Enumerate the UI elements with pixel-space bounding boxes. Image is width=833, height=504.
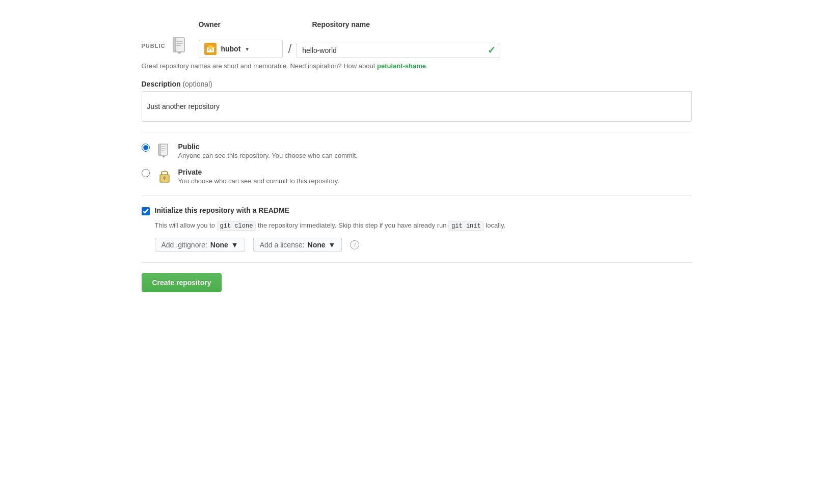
private-radio-wrap [142,169,150,179]
initialize-label: Initialize this repository with a README [155,206,289,214]
public-description: Anyone can see this repository. You choo… [178,152,358,159]
init-desc-after: locally. [484,221,505,229]
svg-point-8 [208,49,210,51]
gitignore-label: Add .gitignore: [162,241,207,249]
description-optional-text: (optional) [182,80,212,88]
private-title: Private [178,168,340,176]
suggestion-link[interactable]: petulant-shame [377,62,426,70]
owner-selector[interactable]: hubot ▼ [199,40,283,58]
divider-2 [142,195,692,196]
description-input[interactable] [142,91,692,122]
chevron-down-icon: ▼ [245,46,250,52]
public-repo-icon [156,142,172,160]
gitignore-chevron-icon: ▼ [231,241,238,249]
private-description: You choose who can see and commit to thi… [178,177,340,185]
svg-rect-1 [173,38,176,52]
visibility-section: Public Anyone can see this repository. Y… [142,143,692,185]
license-value: None [308,241,326,249]
owner-avatar [204,43,217,55]
svg-rect-18 [164,178,165,180]
license-dropdown[interactable]: Add a license: None ▼ [253,238,342,252]
description-label-text: Description [142,80,181,88]
license-chevron-icon: ▼ [329,241,336,249]
private-visibility-text: Private You choose who can see and commi… [178,168,340,185]
svg-rect-7 [208,45,212,49]
suggestion-text: Great repository names are short and mem… [142,62,692,70]
repo-name-input[interactable] [297,43,500,58]
suggestion-suffix: . [426,62,428,70]
init-desc-before: This will allow you to [155,221,217,229]
owner-name: hubot [221,45,240,53]
divider-3 [142,262,692,263]
gitignore-dropdown[interactable]: Add .gitignore: None ▼ [155,238,245,252]
repo-name-label: Repository name [312,20,370,29]
dropdowns-row: Add .gitignore: None ▼ Add a license: No… [155,238,692,252]
create-repository-button[interactable]: Create repository [142,273,222,292]
initialize-section: Initialize this repository with a README… [142,206,692,252]
public-radio-wrap [142,144,150,153]
private-radio[interactable] [142,169,150,177]
private-option: Private You choose who can see and commi… [142,168,692,185]
public-title: Public [178,143,358,151]
svg-point-9 [211,49,213,51]
init-row: Initialize this repository with a README [142,206,692,215]
public-text: PUBLIC [142,43,166,49]
suggestion-prefix: Great repository names are short and mem… [142,62,377,70]
initialize-checkbox[interactable] [142,207,150,215]
public-radio[interactable] [142,144,150,152]
public-badge: PUBLIC [142,36,189,58]
public-option: Public Anyone can see this repository. Y… [142,143,692,160]
owner-repo-row: PUBLIC [142,36,692,58]
valid-checkmark-icon: ✓ [488,45,495,56]
owner-label: Owner [199,20,293,29]
spacer [142,20,170,32]
init-code-2: git init [448,221,484,231]
labels-row: Owner Repository name [142,20,692,32]
gitignore-value: None [210,241,228,249]
page-container: Owner Repository name PUBLIC [111,0,722,313]
slash-separator: / [288,43,291,58]
svg-rect-11 [158,144,160,155]
repo-book-icon [170,36,189,56]
repo-name-input-wrap: ✓ [297,43,500,58]
initialize-description: This will allow you to git clone the rep… [155,220,692,231]
description-label: Description (optional) [142,80,692,88]
license-info-icon[interactable]: i [350,240,359,249]
divider-1 [142,132,692,132]
init-desc-middle: the repository immediately. Skip this st… [256,221,448,229]
private-lock-icon [156,167,172,185]
init-code-1: git clone [217,221,256,231]
description-section: Description (optional) [142,80,692,122]
public-visibility-text: Public Anyone can see this repository. Y… [178,143,358,159]
license-label: Add a license: [260,241,305,249]
